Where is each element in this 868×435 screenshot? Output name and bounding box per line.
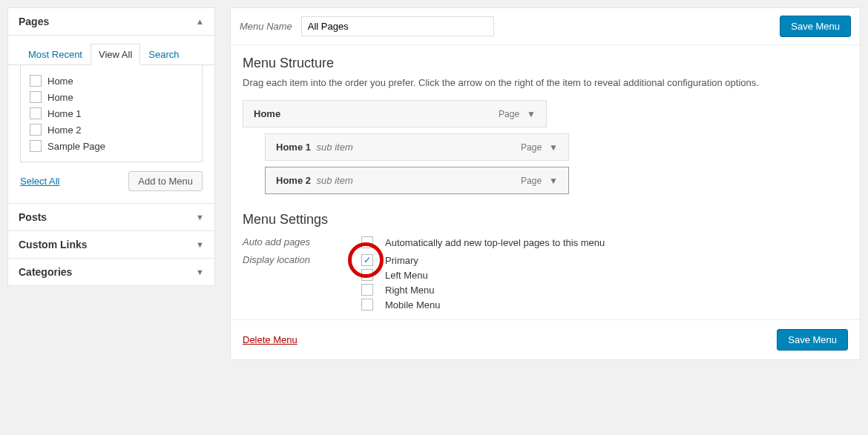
menu-editor: Menu Name Save Menu Menu Structure Drag … bbox=[230, 7, 861, 360]
menu-structure-help: Drag each item into the order you prefer… bbox=[243, 77, 848, 88]
location-option-label: Right Menu bbox=[385, 285, 434, 296]
location-option-label: Primary bbox=[385, 255, 418, 266]
menu-item[interactable]: Home 1 sub item Page ▼ bbox=[265, 133, 569, 161]
checkbox[interactable] bbox=[30, 91, 42, 103]
caret-down-icon[interactable]: ▼ bbox=[549, 176, 558, 186]
pages-subtabs: Most Recent View All Search bbox=[8, 35, 214, 65]
save-menu-button-top[interactable]: Save Menu bbox=[780, 16, 851, 37]
tab-most-recent[interactable]: Most Recent bbox=[20, 44, 91, 65]
accordion-categories-title: Categories bbox=[19, 266, 72, 278]
add-to-menu-button[interactable]: Add to Menu bbox=[128, 171, 203, 191]
select-all-link[interactable]: Select All bbox=[20, 176, 59, 187]
caret-down-icon[interactable]: ▼ bbox=[549, 142, 558, 153]
accordion-custom-links-title: Custom Links bbox=[19, 239, 88, 250]
menu-item[interactable]: Home Page ▼ bbox=[243, 100, 547, 127]
auto-add-label: Auto add pages bbox=[243, 236, 361, 248]
menu-name-input[interactable] bbox=[301, 16, 494, 36]
location-option-label: Mobile Menu bbox=[385, 299, 440, 311]
menu-item-subitem-label: sub item bbox=[317, 175, 353, 186]
menu-item-title: Home 2 bbox=[276, 175, 311, 186]
menu-item-subitem-label: sub item bbox=[317, 142, 353, 153]
menu-top-bar: Menu Name Save Menu bbox=[231, 8, 860, 45]
accordion-pages-title: Pages bbox=[19, 16, 49, 27]
menu-name-label: Menu Name bbox=[240, 21, 292, 32]
location-option: Right Menu bbox=[361, 284, 440, 296]
display-location-row: Display location ✓ Primary Left Menu Rig… bbox=[243, 251, 848, 313]
page-list-item: Home bbox=[21, 89, 202, 105]
display-location-label: Display location bbox=[243, 254, 361, 265]
accordion-custom-links: Custom Links ▼ bbox=[7, 230, 215, 259]
save-menu-button-bottom[interactable]: Save Menu bbox=[777, 329, 848, 351]
caret-down-icon[interactable]: ▼ bbox=[527, 109, 536, 119]
menu-structure-heading: Menu Structure bbox=[243, 56, 848, 71]
checkbox[interactable] bbox=[361, 236, 373, 248]
auto-add-row: Auto add pages Automatically add new top… bbox=[243, 233, 848, 251]
menu-bottom-bar: Delete Menu Save Menu bbox=[231, 320, 860, 359]
caret-down-icon: ▼ bbox=[196, 213, 204, 222]
caret-down-icon: ▼ bbox=[196, 240, 204, 249]
auto-add-option-label: Automatically add new top-level pages to… bbox=[385, 237, 605, 248]
menu-items-list: Home Page ▼ Home 1 sub item Page ▼ bbox=[243, 100, 848, 194]
checkbox[interactable]: ✓ bbox=[361, 254, 373, 266]
location-option: ✓ Primary bbox=[361, 254, 440, 266]
checkbox[interactable] bbox=[361, 284, 373, 296]
accordion-posts-header[interactable]: Posts ▼ bbox=[8, 203, 214, 231]
menu-content: Menu Structure Drag each item into the o… bbox=[231, 45, 860, 320]
auto-add-option: Automatically add new top-level pages to… bbox=[361, 236, 605, 248]
menu-item-type: Page bbox=[521, 142, 542, 153]
accordion-custom-links-header[interactable]: Custom Links ▼ bbox=[8, 230, 214, 259]
menu-settings-heading: Menu Settings bbox=[243, 212, 848, 228]
location-option: Left Menu bbox=[361, 269, 440, 281]
menu-item-type: Page bbox=[499, 109, 519, 119]
accordion-pages-body: Most Recent View All Search Home Home bbox=[8, 35, 214, 203]
page-list-item: Home 2 bbox=[21, 122, 202, 138]
accordion-posts: Posts ▼ bbox=[7, 203, 215, 231]
pages-list: Home Home Home 1 Home 2 bbox=[20, 65, 203, 162]
checkbox[interactable] bbox=[361, 269, 373, 281]
accordion-posts-title: Posts bbox=[19, 211, 47, 223]
page-list-label: Home 1 bbox=[47, 108, 82, 119]
location-option: Mobile Menu bbox=[361, 299, 440, 311]
accordion-categories-header[interactable]: Categories ▼ bbox=[8, 258, 214, 286]
checkbox[interactable] bbox=[30, 75, 42, 87]
checkbox[interactable] bbox=[30, 107, 42, 119]
page-list-label: Home bbox=[47, 76, 73, 87]
pages-footer: Select All Add to Menu bbox=[8, 162, 214, 196]
menu-item-title: Home bbox=[254, 108, 280, 119]
page-list-label: Home bbox=[47, 92, 73, 103]
checkbox[interactable] bbox=[30, 140, 42, 152]
caret-up-icon: ▲ bbox=[196, 17, 204, 26]
page-list-item: Home 1 bbox=[21, 105, 202, 122]
menu-item-type: Page bbox=[521, 176, 542, 186]
page-list-label: Sample Page bbox=[47, 141, 105, 152]
page-list-label: Home 2 bbox=[47, 124, 82, 136]
checkbox[interactable] bbox=[361, 299, 373, 311]
menu-item[interactable]: Home 2 sub item Page ▼ bbox=[265, 167, 569, 194]
accordion-categories: Categories ▼ bbox=[7, 258, 215, 286]
accordion-sidebar: Pages ▲ Most Recent View All Search Home bbox=[7, 7, 215, 360]
accordion-pages-header[interactable]: Pages ▲ bbox=[8, 7, 214, 36]
tab-search[interactable]: Search bbox=[140, 44, 187, 65]
caret-down-icon: ▼ bbox=[196, 268, 204, 276]
tab-view-all[interactable]: View All bbox=[91, 44, 140, 65]
location-option-label: Left Menu bbox=[385, 270, 428, 281]
delete-menu-link[interactable]: Delete Menu bbox=[243, 334, 297, 345]
accordion-pages: Pages ▲ Most Recent View All Search Home bbox=[7, 7, 215, 204]
menu-item-title: Home 1 bbox=[276, 142, 311, 153]
page-list-item: Home bbox=[21, 73, 202, 89]
checkbox[interactable] bbox=[30, 124, 42, 136]
page-list-item: Sample Page bbox=[21, 138, 202, 154]
